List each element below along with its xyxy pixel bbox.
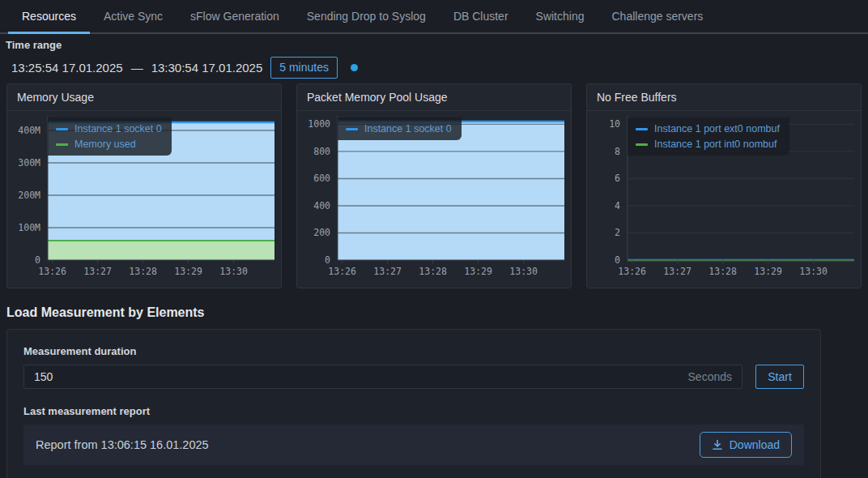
x-axis-tick-label: 13:28 — [419, 266, 447, 277]
time-range-to[interactable]: 13:30:54 17.01.2025 — [151, 61, 263, 75]
y-axis-tick-label: 6 — [615, 173, 620, 184]
x-axis-tick-label: 13:29 — [464, 266, 492, 277]
y-axis-tick-label: 0 — [325, 254, 330, 266]
time-range-section: Time range 13:25:54 17.01.2025 — 13:30:5… — [0, 34, 868, 79]
time-range-row: 13:25:54 17.01.2025 — 13:30:54 17.01.202… — [5, 56, 868, 79]
download-button-label: Download — [730, 438, 780, 452]
legend-item[interactable]: Instance 1 port int0 nombuf — [636, 139, 780, 150]
measurement-duration-label: Measurement duration — [23, 345, 804, 357]
panel-header[interactable]: No Free Buffers — [587, 84, 861, 111]
legend-series-dash — [346, 128, 358, 130]
panel-header[interactable]: Memory Usage — [7, 84, 281, 111]
y-axis-tick-label: 300M — [18, 157, 40, 169]
legend-item[interactable]: Instance 1 socket 0 — [56, 123, 162, 134]
x-axis-tick-label: 13:29 — [174, 266, 202, 277]
section-heading-load-measurement: Load Measurement by Elements — [6, 305, 868, 320]
y-axis-tick-label: 600 — [313, 173, 330, 184]
time-range-from[interactable]: 13:25:54 17.01.2025 — [11, 61, 123, 75]
x-axis-tick-label: 13:28 — [129, 266, 157, 277]
tab-db-cluster[interactable]: DB Cluster — [440, 0, 522, 34]
time-range-label: Time range — [5, 39, 868, 56]
tab-sending-drop-to-syslog[interactable]: Sending Drop to Syslog — [293, 0, 440, 34]
legend-item[interactable]: Instance 1 socket 0 — [346, 123, 452, 134]
legend-item[interactable]: Instance 1 port ext0 nombuf — [636, 123, 780, 134]
measurement-duration-row: Seconds Start — [23, 365, 804, 389]
legend-series-name: Instance 1 port int0 nombuf — [654, 139, 777, 150]
charts-row: Memory Usage 0100M200M300M400M13:2613:27… — [6, 83, 862, 288]
report-text: Report from 13:06:15 16.01.2025 — [36, 438, 209, 451]
y-axis-tick-label: 800 — [313, 146, 330, 157]
measurement-duration-input[interactable] — [24, 365, 688, 388]
chart-legend: Instance 1 port ext0 nombufInstance 1 po… — [628, 117, 789, 156]
x-axis-tick-label: 13:30 — [799, 266, 828, 277]
download-button[interactable]: Download — [700, 432, 792, 458]
legend-series-dash — [636, 143, 648, 146]
duration-unit-suffix: Seconds — [688, 370, 742, 383]
y-axis-tick-label: 200 — [313, 227, 330, 238]
legend-series-dash — [56, 143, 68, 146]
y-axis-tick-label: 2 — [615, 227, 620, 238]
chart-memory-usage: 0100M200M300M400M13:2613:2713:2813:2913:… — [7, 111, 281, 288]
tab-bar: Resources Active Sync sFlow Generation S… — [0, 0, 868, 34]
y-axis-tick-label: 4 — [615, 200, 620, 211]
legend-series-name: Instance 1 socket 0 — [364, 123, 452, 134]
measurement-duration-field: Seconds — [23, 365, 742, 389]
y-axis-tick-label: 1000 — [308, 118, 330, 130]
panel-title: Memory Usage — [17, 91, 94, 104]
x-axis-tick-label: 13:26 — [38, 266, 66, 277]
tab-sflow-generation[interactable]: sFlow Generation — [177, 0, 293, 34]
tab-resources[interactable]: Resources — [8, 0, 90, 34]
x-axis-tick-label: 13:30 — [219, 266, 248, 277]
x-axis-tick-label: 13:27 — [663, 266, 691, 277]
panel-no-free-buffers: No Free Buffers 024681013:2613:2713:2813… — [586, 83, 862, 288]
download-icon — [712, 439, 723, 450]
last-measurement-report-label: Last measurement report — [23, 405, 804, 417]
y-axis-tick-label: 100M — [18, 222, 40, 233]
x-axis-tick-label: 13:26 — [328, 266, 356, 277]
y-axis-tick-label: 400M — [18, 125, 40, 136]
y-axis-tick-label: 0 — [615, 254, 620, 266]
y-axis-tick-label: 8 — [615, 146, 620, 157]
x-axis-tick-label: 13:30 — [509, 266, 538, 277]
y-axis-tick-label: 0 — [35, 254, 40, 266]
panel-title: Packet Memory Pool Usage — [307, 91, 448, 104]
panel-header[interactable]: Packet Memory Pool Usage — [297, 84, 571, 111]
legend-series-dash — [56, 128, 68, 130]
chart-packet-memory-pool-usage: 0200400600800100013:2613:2713:2813:2913:… — [297, 111, 571, 288]
chart-legend: Instance 1 socket 0 — [338, 117, 462, 140]
panel-memory-usage: Memory Usage 0100M200M300M400M13:2613:27… — [6, 83, 282, 288]
legend-item[interactable]: Memory used — [56, 139, 162, 150]
x-axis-tick-label: 13:28 — [708, 266, 737, 277]
live-status-dot — [351, 64, 358, 71]
chart-legend: Instance 1 socket 0Memory used — [48, 117, 172, 156]
chart-no-free-buffers: 024681013:2613:2713:2813:2913:30Instance… — [587, 111, 861, 288]
legend-series-name: Instance 1 socket 0 — [74, 123, 162, 134]
load-measurement-panel: Measurement duration Seconds Start Last … — [6, 329, 821, 478]
legend-series-dash — [636, 128, 648, 130]
last-measurement-report-row: Report from 13:06:15 16.01.2025 Download — [23, 425, 804, 465]
x-axis-tick-label: 13:29 — [754, 266, 782, 277]
time-range-separator: — — [131, 61, 143, 75]
y-axis-tick-label: 200M — [18, 190, 40, 201]
x-axis-tick-label: 13:27 — [373, 266, 402, 277]
tab-active-sync[interactable]: Active Sync — [90, 0, 177, 34]
tab-switching[interactable]: Switching — [522, 0, 598, 34]
time-range-preset-button[interactable]: 5 minutes — [270, 57, 338, 79]
y-axis-tick-label: 10 — [609, 118, 620, 130]
legend-series-name: Instance 1 port ext0 nombuf — [654, 123, 780, 134]
x-axis-tick-label: 13:26 — [618, 266, 646, 277]
time-range-picker[interactable]: 13:25:54 17.01.2025 — 13:30:54 17.01.202… — [11, 61, 262, 75]
dashboard-page: Resources Active Sync sFlow Generation S… — [0, 0, 868, 478]
panel-packet-memory-pool-usage: Packet Memory Pool Usage 020040060080010… — [296, 83, 572, 288]
y-axis-tick-label: 400 — [313, 200, 330, 211]
start-button[interactable]: Start — [755, 365, 804, 389]
tab-challenge-servers[interactable]: Challenge servers — [598, 0, 717, 34]
x-axis-tick-label: 13:27 — [83, 266, 112, 277]
panel-title: No Free Buffers — [597, 91, 677, 104]
legend-series-name: Memory used — [74, 139, 136, 150]
